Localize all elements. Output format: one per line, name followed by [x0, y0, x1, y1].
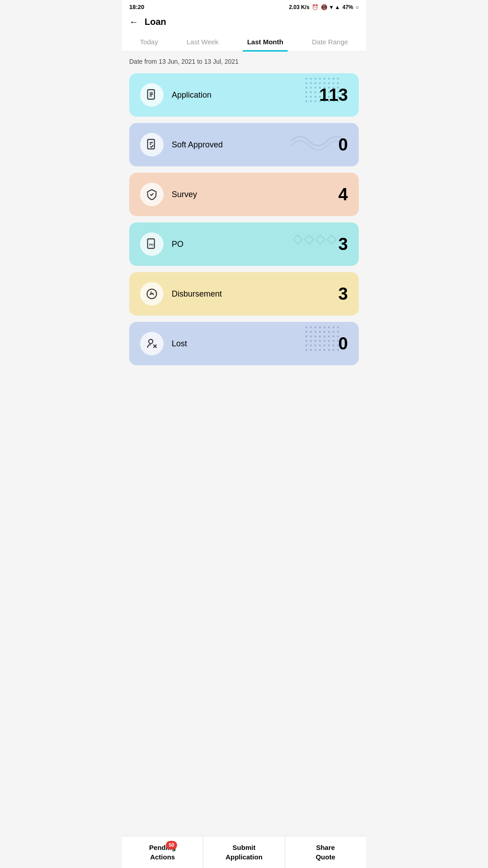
- tab-last-week[interactable]: Last Week: [182, 33, 223, 51]
- status-time: 18:20: [129, 4, 144, 10]
- card-disbursement[interactable]: $ Disbursement 3: [129, 272, 359, 316]
- po-icon-wrap: PO: [140, 232, 164, 256]
- svg-point-19: [149, 340, 153, 344]
- lost-value: 0: [338, 334, 348, 354]
- application-label: Application: [172, 90, 311, 100]
- cards-list: Application 113 Soft Approved 0 S: [122, 70, 366, 369]
- page-title: Loan: [145, 17, 166, 27]
- application-icon-wrap: [140, 83, 164, 107]
- back-button[interactable]: ←: [129, 17, 138, 27]
- tab-date-range[interactable]: Date Range: [307, 33, 352, 51]
- po-doc-icon: PO: [145, 238, 158, 250]
- network-speed: 2.03 K/s: [289, 4, 309, 10]
- card-lost[interactable]: Lost 0: [129, 322, 359, 365]
- document-check-icon: [145, 138, 158, 151]
- battery-pct: 47%: [343, 4, 353, 10]
- soft-approved-label: Soft Approved: [172, 140, 330, 150]
- lost-icon-wrap: [140, 332, 164, 355]
- lost-label: Lost: [172, 339, 330, 349]
- card-po[interactable]: PO PO 3: [129, 222, 359, 266]
- po-label: PO: [172, 240, 330, 249]
- date-range-label: Date from 13 Jun, 2021 to 13 Jul, 2021: [122, 52, 366, 70]
- wifi-icon: ▾: [330, 4, 333, 10]
- status-right: 2.03 K/s ⏰ 📵 ▾ ▲ 47% ○: [289, 4, 359, 10]
- header: ← Loan: [122, 12, 366, 33]
- battery-icon: ○: [356, 4, 359, 10]
- money-transfer-icon: $: [145, 288, 158, 300]
- card-survey[interactable]: Survey 4: [129, 173, 359, 216]
- survey-value: 4: [338, 185, 348, 204]
- svg-text:PO: PO: [149, 243, 154, 246]
- survey-icon-wrap: [140, 183, 164, 206]
- phone-icon: 📵: [321, 4, 328, 10]
- tab-bar: Today Last Week Last Month Date Range: [122, 33, 366, 52]
- survey-label: Survey: [172, 190, 330, 199]
- card-application[interactable]: Application 113: [129, 73, 359, 117]
- disbursement-label: Disbursement: [172, 289, 330, 299]
- soft-approved-icon-wrap: [140, 133, 164, 156]
- signal-icon: ▲: [335, 4, 340, 10]
- status-bar: 18:20 2.03 K/s ⏰ 📵 ▾ ▲ 47% ○: [122, 0, 366, 12]
- soft-approved-value: 0: [338, 135, 348, 155]
- alarm-icon: ⏰: [312, 4, 319, 10]
- application-value: 113: [319, 85, 348, 105]
- po-value: 3: [338, 235, 348, 254]
- disbursement-value: 3: [338, 284, 348, 304]
- user-x-icon: [145, 337, 158, 350]
- card-soft-approved[interactable]: Soft Approved 0: [129, 123, 359, 166]
- tab-today[interactable]: Today: [136, 33, 163, 51]
- shield-check-icon: [145, 188, 158, 201]
- document-icon: [145, 89, 158, 101]
- disbursement-icon-wrap: $: [140, 282, 164, 306]
- tab-last-month[interactable]: Last Month: [243, 33, 288, 51]
